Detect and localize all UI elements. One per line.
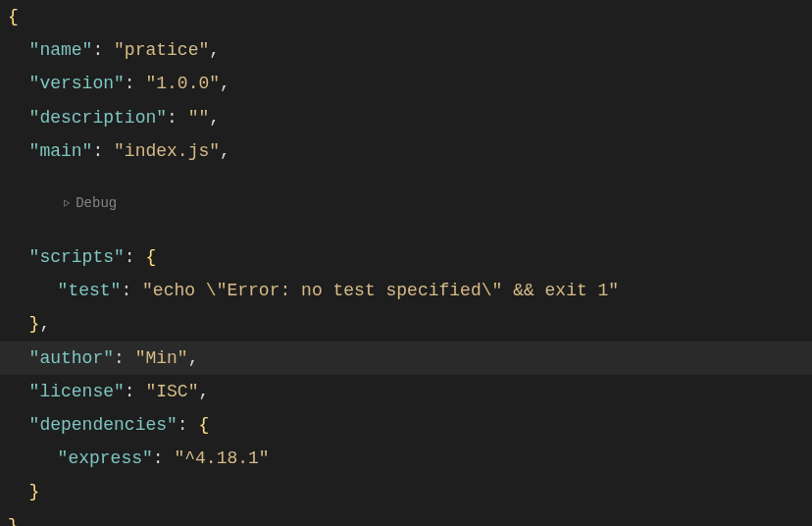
codelens-line: Debug — [0, 168, 812, 240]
code-line[interactable]: "main": "index.js", — [0, 134, 812, 168]
code-line[interactable]: { — [0, 0, 812, 33]
brace-close: } — [29, 482, 40, 501]
indent — [8, 240, 29, 274]
indent — [8, 475, 29, 508]
brace-close: } — [29, 314, 40, 334]
json-key-test: "test" — [58, 281, 122, 300]
json-key-description: "description" — [29, 108, 167, 128]
colon: : — [114, 348, 125, 368]
code-line[interactable]: } — [0, 475, 812, 508]
json-key-dependencies: "dependencies" — [29, 415, 178, 435]
indent — [8, 408, 29, 442]
json-key-license: "license" — [29, 382, 125, 401]
code-line[interactable]: "version": "1.0.0", — [0, 67, 812, 100]
code-line[interactable]: } — [0, 509, 812, 526]
code-line[interactable]: "express": "^4.18.1" — [0, 442, 812, 475]
comma: , — [220, 141, 230, 161]
brace-open: { — [198, 415, 209, 435]
brace-close: } — [8, 516, 19, 526]
play-icon — [62, 198, 72, 208]
code-line[interactable]: "test": "echo \"Error: no test specified… — [0, 274, 812, 307]
comma: , — [209, 40, 220, 60]
json-value-main: "index.js" — [114, 141, 220, 161]
brace-open: { — [8, 7, 19, 26]
colon: : — [121, 281, 131, 300]
json-key-express: "express" — [58, 448, 153, 468]
code-line[interactable]: "scripts": { — [0, 240, 812, 274]
debug-label: Debug — [76, 194, 117, 212]
json-value-test: "echo \"Error: no test specified\" && ex… — [142, 281, 619, 300]
code-line[interactable]: "name": "pratice", — [0, 33, 812, 67]
comma: , — [198, 382, 209, 401]
comma: , — [220, 74, 230, 93]
colon: : — [125, 247, 135, 267]
indent — [8, 307, 29, 341]
indent — [8, 375, 29, 408]
indent — [8, 134, 29, 168]
code-editor[interactable]: { "name": "pratice", "version": "1.0.0",… — [0, 0, 812, 526]
code-line[interactable]: "license": "ISC", — [0, 375, 812, 408]
json-key-name: "name" — [29, 40, 93, 60]
json-value-license: "ISC" — [145, 382, 198, 401]
code-line-active[interactable]: "author": "Min", — [0, 342, 812, 375]
comma: , — [39, 314, 50, 334]
indent — [8, 33, 29, 67]
json-value-version: "1.0.0" — [145, 74, 220, 93]
brace-open: { — [145, 247, 156, 267]
json-key-version: "version" — [29, 74, 125, 93]
json-key-main: "main" — [29, 141, 93, 161]
colon: : — [167, 108, 178, 128]
json-value-express: "^4.18.1" — [174, 448, 269, 468]
colon: : — [125, 74, 135, 93]
comma: , — [209, 108, 220, 128]
indent — [8, 101, 29, 134]
code-line[interactable]: }, — [0, 307, 812, 341]
json-value-name: "pratice" — [114, 40, 209, 60]
json-key-scripts: "scripts" — [29, 247, 125, 267]
debug-codelens[interactable]: Debug — [50, 194, 117, 212]
colon: : — [178, 415, 188, 435]
code-line[interactable]: "description": "", — [0, 101, 812, 134]
indent — [8, 342, 29, 375]
colon: : — [125, 382, 135, 401]
comma: , — [188, 348, 199, 368]
indent — [8, 274, 29, 307]
colon: : — [92, 40, 103, 60]
indent — [8, 67, 29, 100]
json-value-author: "Min" — [135, 348, 188, 368]
indent — [8, 442, 29, 475]
json-value-description: "" — [188, 108, 210, 128]
json-key-author: "author" — [29, 348, 114, 368]
colon: : — [153, 448, 164, 468]
colon: : — [92, 141, 103, 161]
code-line[interactable]: "dependencies": { — [0, 408, 812, 442]
